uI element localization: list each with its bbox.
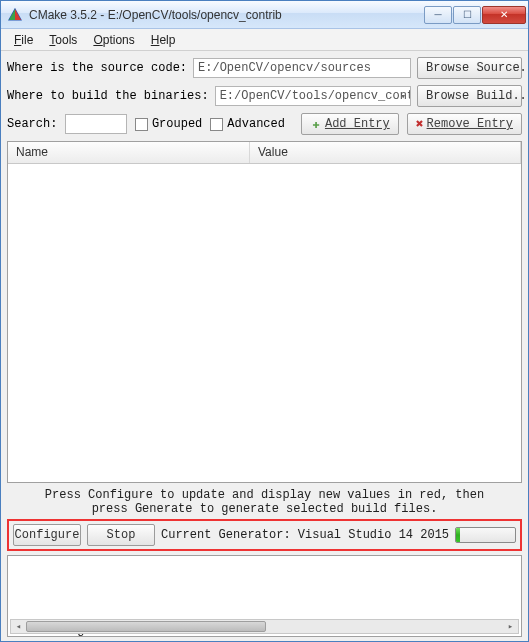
- grouped-checkbox[interactable]: Grouped: [135, 117, 202, 131]
- browse-source-button[interactable]: Browse Source...: [417, 57, 522, 79]
- build-row: Where to build the binaries: E:/OpenCV/t…: [7, 85, 522, 107]
- stop-button[interactable]: Stop: [87, 524, 155, 546]
- content-area: Where is the source code: E:/OpenCV/open…: [1, 51, 528, 641]
- menu-tools[interactable]: Tools: [42, 31, 84, 49]
- add-entry-button[interactable]: ✚ Add Entry: [301, 113, 399, 135]
- advanced-checkbox[interactable]: Advanced: [210, 117, 285, 131]
- action-row: Configure Stop Current Generator: Visual…: [7, 519, 522, 551]
- output-log[interactable]: Looking for assert.h - found Looking for…: [7, 555, 522, 637]
- source-label: Where is the source code:: [7, 61, 187, 75]
- x-icon: ✖: [416, 116, 424, 132]
- table-header: Name Value: [8, 142, 521, 164]
- minimize-button[interactable]: ─: [424, 6, 452, 24]
- checkbox-icon: [135, 118, 148, 131]
- search-toolbar: Search: Grouped Advanced ✚ Add Entry ✖ R…: [7, 113, 522, 135]
- app-icon: [7, 7, 23, 23]
- scroll-right-icon[interactable]: ▸: [503, 620, 518, 633]
- generator-label: Current Generator: Visual Studio 14 2015: [161, 528, 449, 542]
- configure-button[interactable]: Configure: [13, 524, 81, 546]
- remove-entry-button[interactable]: ✖ Remove Entry: [407, 113, 522, 135]
- menu-options[interactable]: Options: [86, 31, 141, 49]
- browse-build-button[interactable]: Browse Build...: [417, 85, 522, 107]
- window-title: CMake 3.5.2 - E:/OpenCV/tools/opencv_con…: [29, 8, 423, 22]
- source-path-input[interactable]: E:/OpenCV/opencv/sources: [193, 58, 411, 78]
- search-label: Search:: [7, 117, 57, 131]
- col-name[interactable]: Name: [8, 142, 250, 163]
- progress-bar: [455, 527, 516, 543]
- build-label: Where to build the binaries:: [7, 89, 209, 103]
- maximize-button[interactable]: ☐: [453, 6, 481, 24]
- menu-file[interactable]: File: [7, 31, 40, 49]
- scroll-left-icon[interactable]: ◂: [11, 620, 26, 633]
- table-body[interactable]: [8, 164, 521, 482]
- scroll-thumb[interactable]: [26, 621, 266, 632]
- progress-fill: [456, 528, 460, 542]
- variables-table: Name Value: [7, 141, 522, 483]
- build-path-combo[interactable]: E:/OpenCV/tools/opencv_contrib: [215, 86, 411, 106]
- plus-icon: ✚: [310, 118, 322, 130]
- horizontal-scrollbar[interactable]: ◂ ▸: [10, 619, 519, 634]
- source-row: Where is the source code: E:/OpenCV/open…: [7, 57, 522, 79]
- hint-text: Press Configure to update and display ne…: [7, 483, 522, 519]
- menu-help[interactable]: Help: [144, 31, 183, 49]
- search-input[interactable]: [65, 114, 126, 134]
- checkbox-icon: [210, 118, 223, 131]
- app-window: CMake 3.5.2 - E:/OpenCV/tools/opencv_con…: [0, 0, 529, 642]
- menubar: File Tools Options Help: [1, 29, 528, 51]
- col-value[interactable]: Value: [250, 142, 521, 163]
- window-controls: ─ ☐ ✕: [423, 6, 526, 24]
- titlebar[interactable]: CMake 3.5.2 - E:/OpenCV/tools/opencv_con…: [1, 1, 528, 29]
- close-button[interactable]: ✕: [482, 6, 526, 24]
